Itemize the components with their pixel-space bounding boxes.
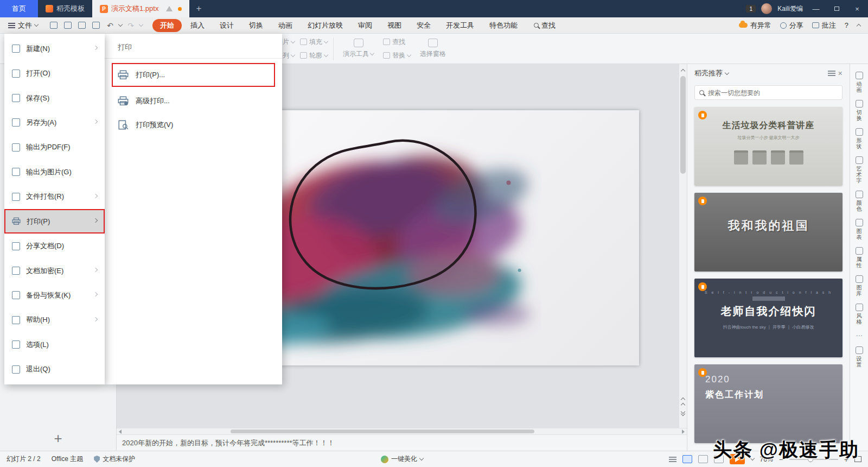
sync-status[interactable]: 有异常 (739, 21, 771, 30)
rail-more-button[interactable]: ⋯ (856, 332, 863, 339)
tab-view[interactable]: 视图 (381, 18, 408, 33)
template-card-teacher-intro[interactable]: S e l f - i n t r o d u c t i o n f l a … (694, 279, 843, 357)
rail-color-button[interactable]: 颜色 (856, 191, 863, 212)
tab-design[interactable]: 设计 (213, 18, 240, 33)
redo-dropdown-icon[interactable] (139, 22, 143, 27)
menu-item-share-document[interactable]: 分享文档(D) (4, 234, 105, 258)
fill-button[interactable]: 填充 (300, 37, 328, 47)
menu-item-exit[interactable]: 退出(Q) (4, 357, 105, 381)
rail-style-button[interactable]: 风格 (856, 304, 863, 325)
maximize-button[interactable] (829, 0, 844, 17)
avatar[interactable] (761, 3, 772, 14)
vertical-scroll-thumb[interactable] (680, 76, 686, 174)
collapse-ribbon-button[interactable] (857, 24, 861, 28)
redo-button[interactable]: ↷ (125, 20, 136, 31)
find-button[interactable]: 查找 (534, 21, 556, 30)
tab-security[interactable]: 安全 (410, 18, 437, 33)
share-button[interactable]: 分享 (780, 21, 803, 30)
horizontal-scroll-thumb[interactable] (231, 430, 534, 433)
menu-item-save[interactable]: 保存(S) (4, 86, 105, 110)
scroll-up-icon[interactable] (679, 65, 687, 75)
undo-button[interactable]: ↶ (105, 20, 116, 31)
slide-sorter-view-button[interactable] (698, 455, 708, 463)
selection-pane-button[interactable]: 选择窗格 (416, 39, 450, 59)
normal-view-button[interactable] (682, 455, 692, 463)
rail-gallery-button[interactable]: 图库 (856, 275, 863, 296)
rail-wordart-button[interactable]: 艺术字 (856, 156, 863, 184)
template-card-purple-plan[interactable]: 2020 紫色工作计划 (694, 364, 843, 443)
filter-icon[interactable] (828, 71, 835, 76)
chevron-down-icon[interactable] (725, 70, 729, 74)
save-button[interactable] (48, 20, 59, 31)
print-quick-button[interactable] (76, 20, 87, 31)
document-tab[interactable]: P 演示文稿1.pptx (92, 0, 189, 17)
home-tab[interactable]: 首页 (0, 0, 38, 17)
tab-insert[interactable]: 插入 (184, 18, 211, 33)
scroll-left-icon[interactable] (119, 430, 122, 434)
tab-review[interactable]: 审阅 (352, 18, 379, 33)
ribbon-find-button[interactable]: 查找 (383, 37, 411, 47)
help-button[interactable]: ? (845, 21, 848, 29)
close-button[interactable]: × (850, 0, 865, 17)
menu-item-print[interactable]: 打印(P) (4, 209, 105, 234)
presentation-tools-button[interactable]: 演示工具 (339, 39, 378, 59)
template-search-input[interactable] (708, 89, 838, 97)
rail-settings-button[interactable]: 设置 (856, 346, 863, 368)
add-slide-button[interactable]: + (54, 431, 62, 445)
outline-button[interactable]: 轮廓 (300, 51, 328, 60)
menu-item-file-package[interactable]: 文件打包(R) (4, 185, 105, 209)
beautify-button[interactable]: 一键美化 (381, 455, 423, 464)
notes-toggle-icon[interactable] (669, 457, 676, 462)
menu-item-help[interactable]: 帮助(H) (4, 308, 105, 332)
print-preview-quick-button[interactable] (91, 20, 101, 31)
undo-dropdown-icon[interactable] (118, 22, 123, 27)
menu-item-save-as[interactable]: 另存为(A) (4, 110, 105, 135)
minimize-button[interactable]: — (808, 0, 824, 17)
tab-special-features[interactable]: 特色功能 (483, 18, 524, 33)
template-search-box[interactable] (694, 85, 843, 100)
share-label: 分享 (789, 21, 803, 30)
menu-item-backup-restore[interactable]: 备份与恢复(K) (4, 283, 105, 307)
warning-icon[interactable] (166, 6, 173, 11)
replace-button[interactable]: 替换 (383, 51, 411, 60)
rail-animation-button[interactable]: 动画 (856, 72, 863, 93)
tab-animation[interactable]: 动画 (272, 18, 299, 33)
previous-slide-button[interactable] (679, 396, 687, 406)
notes-bar[interactable]: 2020年新的开始，新的目标，预计今年将完成**********等工作！！！ (117, 434, 687, 451)
file-menu-button[interactable]: 文件 (4, 19, 42, 32)
next-slide-button[interactable] (679, 408, 687, 418)
menu-item-encrypt[interactable]: 文档加密(E) (4, 258, 105, 283)
tab-slideshow[interactable]: 幻灯片放映 (301, 18, 349, 33)
docer-template-tab[interactable]: 稻壳模板 (38, 0, 92, 17)
horizontal-scrollbar[interactable] (117, 428, 687, 434)
rail-transition-button[interactable]: 切换 (856, 100, 863, 121)
submenu-item-print[interactable]: 打印(P)... (112, 63, 275, 87)
docer-panel-title: 稻壳推荐 (694, 68, 723, 78)
rail-chart-button[interactable]: 图表 (856, 219, 863, 240)
new-tab-button[interactable]: + (189, 0, 208, 17)
menu-item-export-pdf[interactable]: 输出为PDF(F) (4, 135, 105, 160)
tab-start[interactable]: 开始 (152, 19, 182, 32)
scroll-right-icon[interactable] (682, 430, 685, 434)
vertical-scrollbar[interactable] (679, 64, 687, 428)
notification-badge[interactable]: 1 (746, 5, 756, 12)
rail-properties-button[interactable]: 属性 (856, 247, 863, 268)
tab-transition[interactable]: 切换 (242, 18, 270, 33)
template-card-garbage-sorting[interactable]: 生活垃圾分类科普讲座 垃圾分类一小步 健康文明一大步 (694, 107, 843, 186)
protection-status[interactable]: 文档未保护 (94, 455, 135, 464)
close-panel-icon[interactable]: × (838, 69, 843, 78)
menu-item-open[interactable]: 打开(O) (4, 61, 105, 85)
menu-item-options[interactable]: 选项(L) (4, 332, 105, 357)
settings-gear-icon (856, 346, 863, 354)
rail-shape-button[interactable]: 形状 (856, 128, 863, 149)
template-card-motherland[interactable]: 我和我的祖国 (694, 193, 843, 272)
submenu-item-print-preview[interactable]: 打印预览(V) (105, 113, 282, 137)
theme-indicator[interactable]: Office 主题 (52, 455, 83, 464)
tab-devtools[interactable]: 开发工具 (439, 18, 481, 33)
menu-item-new[interactable]: 新建(N) (4, 36, 105, 61)
comment-button[interactable]: 批注 (812, 21, 836, 30)
user-name[interactable]: Kaili爱编 (777, 4, 803, 14)
menu-item-export-image[interactable]: 输出为图片(G) (4, 160, 105, 184)
submenu-item-advanced-print[interactable]: 高级打印... (105, 89, 282, 113)
output-button[interactable] (62, 20, 73, 31)
